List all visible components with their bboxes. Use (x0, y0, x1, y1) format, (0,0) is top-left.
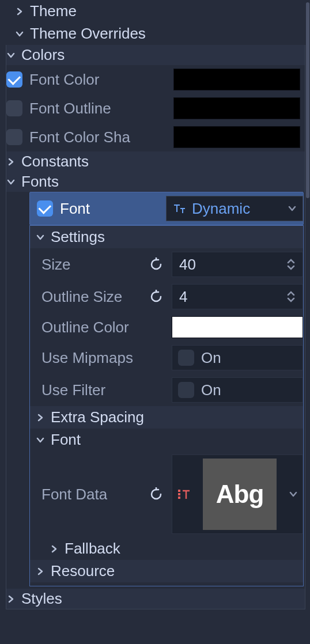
section-colors[interactable]: Colors (6, 45, 305, 65)
prop-label: Use Filter (41, 381, 105, 399)
prop-use-mipmaps: Use Mipmaps On (30, 342, 303, 374)
svg-rect-2 (178, 497, 180, 499)
section-label: Theme (30, 2, 77, 20)
font-resource-panel: Settings Size 40 (29, 225, 304, 586)
prop-font-data: Font Data (30, 451, 303, 537)
chevron-right-icon (15, 7, 24, 16)
chevron-right-icon (6, 157, 16, 166)
checkbox-font-color-shadow[interactable] (6, 129, 22, 145)
prop-label: Size (41, 256, 71, 274)
checkbox-use-mipmaps[interactable] (178, 350, 194, 366)
svg-rect-0 (178, 490, 180, 492)
size-spinbox[interactable]: 40 (172, 252, 303, 277)
chevron-right-icon (6, 594, 16, 604)
prop-label: Font Data (41, 486, 107, 503)
spinbox-value: 4 (179, 288, 187, 306)
section-label: Font (51, 431, 81, 449)
chevron-right-icon (36, 567, 45, 576)
chevron-down-icon (36, 233, 45, 242)
prop-label: Font Outline (29, 100, 111, 118)
prop-label: Font Color Sha (29, 128, 130, 146)
reset-icon[interactable] (149, 257, 164, 272)
dropdown-value: Dynamic (192, 200, 250, 218)
prop-use-filter: Use Filter On (30, 374, 303, 406)
section-label: Colors (21, 46, 65, 64)
section-theme[interactable]: Theme (5, 0, 305, 22)
font-type-dropdown[interactable]: Dynamic (166, 196, 303, 221)
color-swatch-font-color-shadow[interactable] (173, 126, 300, 148)
spinbox-value: 40 (179, 256, 196, 274)
prop-font-color: Font Color (6, 65, 305, 94)
chevron-down-icon (6, 51, 16, 60)
color-swatch-font-outline[interactable] (173, 97, 300, 119)
reset-icon[interactable] (149, 487, 164, 502)
checkbox-font[interactable] (37, 200, 53, 217)
section-font-sub[interactable]: Font (30, 429, 303, 451)
prop-label: Font (60, 200, 90, 218)
section-theme-overrides[interactable]: Theme Overrides (5, 22, 305, 45)
checkbox-font-outline[interactable] (6, 100, 22, 116)
chevron-right-icon (36, 413, 45, 422)
section-fonts[interactable]: Fonts (6, 172, 305, 192)
reset-icon[interactable] (149, 289, 164, 304)
prop-font[interactable]: Font Dynamic (29, 192, 304, 225)
section-label: Extra Spacing (51, 408, 144, 426)
use-mipmaps-toggle[interactable]: On (172, 345, 303, 370)
section-settings[interactable]: Settings (30, 226, 303, 248)
svg-rect-1 (178, 493, 180, 495)
section-extra-spacing[interactable]: Extra Spacing (30, 406, 303, 429)
section-label: Fallback (65, 540, 120, 558)
prop-label: Outline Size (41, 288, 122, 306)
scrollbar[interactable] (306, 2, 309, 198)
prop-size: Size 40 (30, 248, 303, 281)
section-styles[interactable]: Styles (6, 589, 305, 609)
section-label: Resource (51, 562, 115, 580)
section-resource[interactable]: Resource (30, 560, 303, 582)
section-constants[interactable]: Constants (6, 151, 305, 172)
checkbox-use-filter[interactable] (178, 382, 194, 398)
bool-text: On (201, 381, 221, 399)
section-label: Constants (21, 153, 89, 171)
prop-label: Use Mipmaps (41, 349, 133, 367)
section-label: Fonts (21, 173, 59, 191)
prop-font-color-shadow: Font Color Sha (6, 123, 305, 151)
chevron-right-icon (50, 544, 59, 554)
section-label: Styles (21, 590, 62, 608)
color-swatch-font-color[interactable] (173, 69, 300, 90)
prop-outline-size: Outline Size 4 (30, 281, 303, 313)
chevron-down-icon[interactable] (289, 490, 298, 499)
font-preview: Abg (203, 459, 277, 530)
chevron-down-icon (6, 177, 16, 187)
section-fallback[interactable]: Fallback (30, 537, 303, 560)
outline-size-spinbox[interactable]: 4 (172, 284, 303, 309)
font-data-resource[interactable]: Abg (172, 454, 303, 534)
section-label: Settings (51, 228, 105, 246)
checkbox-font-color[interactable] (6, 71, 22, 88)
chevron-down-icon (36, 435, 45, 445)
bool-text: On (201, 349, 221, 367)
chevron-down-icon (15, 29, 24, 39)
color-swatch-outline-color[interactable] (172, 316, 303, 338)
prop-label: Font Color (29, 71, 99, 89)
prop-outline-color: Outline Color (30, 313, 303, 342)
use-filter-toggle[interactable]: On (172, 377, 303, 403)
font-type-icon (172, 202, 186, 215)
chevron-down-icon (288, 204, 297, 213)
spinbox-arrows[interactable] (286, 291, 296, 302)
spinbox-arrows[interactable] (286, 259, 296, 270)
section-label: Theme Overrides (30, 25, 146, 43)
prop-font-outline: Font Outline (6, 94, 305, 123)
font-data-icon (177, 487, 191, 501)
prop-label: Outline Color (41, 319, 129, 336)
